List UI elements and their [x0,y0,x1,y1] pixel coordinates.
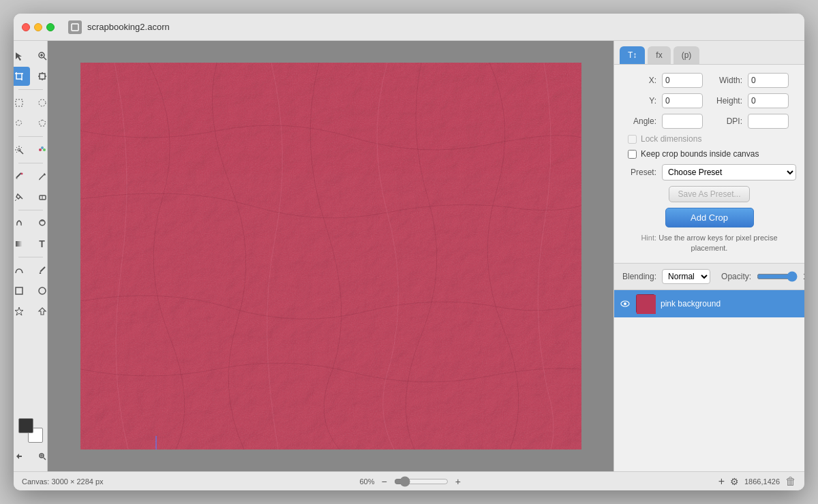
main-window: scrapbooking2.acorn [14,14,804,490]
coordinates: 1866,1426 [744,477,780,486]
svg-line-21 [16,147,17,148]
svg-line-3 [44,57,46,60]
minimize-button[interactable] [34,23,42,31]
svg-point-27 [41,146,44,149]
tool-row-12 [14,302,53,321]
svg-marker-1 [16,52,22,61]
layer-settings-button[interactable]: ⚙ [730,476,739,487]
window-title: scrapbooking2.acorn [87,22,170,32]
hint-text: Use the arrow keys for pixel precise pla… [658,234,777,252]
blending-label: Blending: [622,272,656,281]
star-shape-tool[interactable] [14,302,30,321]
tool-row-11 [14,281,53,300]
maximize-button[interactable] [46,23,55,31]
preset-label: Preset: [622,168,656,177]
zoom-out-button[interactable]: − [380,476,388,487]
opacity-slider[interactable] [757,271,798,282]
lasso-tool[interactable] [14,114,30,133]
layers-section: pink background [614,289,804,472]
layer-visibility-toggle[interactable] [620,298,631,309]
width-input[interactable] [748,73,789,88]
traffic-lights [22,23,55,31]
dpi-input[interactable] [748,114,789,129]
window-icon [68,20,82,34]
zoom-slider[interactable] [394,476,449,487]
background-color[interactable] [18,418,33,433]
color-swatches[interactable] [18,418,43,443]
panel-body: X: Width: Y: Height: Angle: DPI: [614,65,804,263]
clone-stamp-tool[interactable] [14,214,30,233]
tool-row-colors [14,447,53,466]
svg-rect-56 [637,295,656,314]
blending-mode-select[interactable]: Normal Multiply Screen [662,269,710,284]
zoom-in-button[interactable]: + [454,476,462,487]
toolbar: T [14,41,48,471]
canvas-svg [80,63,581,450]
preset-select[interactable]: Choose Preset [662,164,796,180]
tool-row-8 [14,214,53,233]
paint-bucket-tool[interactable] [14,187,30,206]
xy-width-row: X: Width: [622,73,796,88]
svg-line-32 [40,174,44,179]
svg-rect-0 [72,24,78,31]
tool-row-3 [14,93,53,112]
svg-rect-11 [40,74,45,79]
canvas-info: Canvas: 3000 × 2284 px [22,477,104,486]
y-input[interactable] [662,93,703,108]
svg-marker-46 [39,308,46,315]
height-label: Height: [708,96,742,106]
save-preset-button[interactable]: Save As Preset... [669,186,749,202]
tab-effects[interactable]: fx [648,46,670,64]
gradient-tool[interactable] [14,234,30,253]
tab-transform-label: T↕ [628,50,637,60]
crop-tool[interactable] [14,67,30,86]
hint-container: Hint: Use the arrow keys for pixel preci… [622,233,796,254]
zoom-controls: 60% − + [359,476,461,487]
lock-dimensions-checkbox[interactable] [628,135,637,144]
close-button[interactable] [22,23,30,31]
swap-colors[interactable] [14,447,30,466]
tab-path[interactable]: (p) [673,46,700,64]
panel-tabs: T↕ fx (p) [614,41,804,65]
height-input[interactable] [748,93,789,108]
lock-dimensions-label: Lock dimensions [641,134,701,144]
keep-crop-row: Keep crop bounds inside canvas [628,149,796,159]
svg-rect-16 [16,99,22,106]
svg-line-48 [44,458,46,460]
svg-point-28 [43,148,46,151]
bezier-tool[interactable] [14,261,30,280]
rect-shape-tool[interactable] [14,281,30,300]
svg-marker-45 [15,307,23,315]
keep-crop-checkbox[interactable] [628,150,637,159]
tool-row-2 [14,67,53,86]
y-label: Y: [622,96,656,106]
svg-line-42 [40,267,45,272]
svg-line-29 [16,173,21,178]
arrow-tool[interactable] [14,46,30,65]
add-crop-button[interactable]: Add Crop [665,208,754,227]
tab-transform[interactable]: T↕ [620,46,645,64]
marquee-rect-tool[interactable] [14,93,30,112]
hint-label: Hint: [641,234,656,242]
angle-dpi-row: Angle: DPI: [622,114,796,129]
svg-line-34 [39,179,40,180]
svg-point-44 [39,287,46,294]
angle-input[interactable] [662,114,703,129]
add-layer-button[interactable]: + [718,475,725,488]
tab-path-label: (p) [682,50,692,60]
canvas-image [80,63,581,450]
delete-layer-button[interactable]: 🗑 [785,475,796,488]
layer-row-pink-background[interactable]: pink background [614,290,804,317]
add-crop-container: Add Crop [622,208,796,227]
eyedropper-tool[interactable] [14,167,30,186]
svg-marker-18 [39,120,46,126]
tool-row-10 [14,261,53,280]
keep-crop-label: Keep crop bounds inside canvas [641,149,759,159]
wand-tool[interactable] [14,140,30,159]
layer-name: pink background [661,299,799,309]
tool-row-1 [14,46,53,65]
titlebar: scrapbooking2.acorn [14,14,804,41]
dpi-label: DPI: [708,116,742,126]
tool-row-5 [14,140,53,159]
x-input[interactable] [662,73,703,88]
